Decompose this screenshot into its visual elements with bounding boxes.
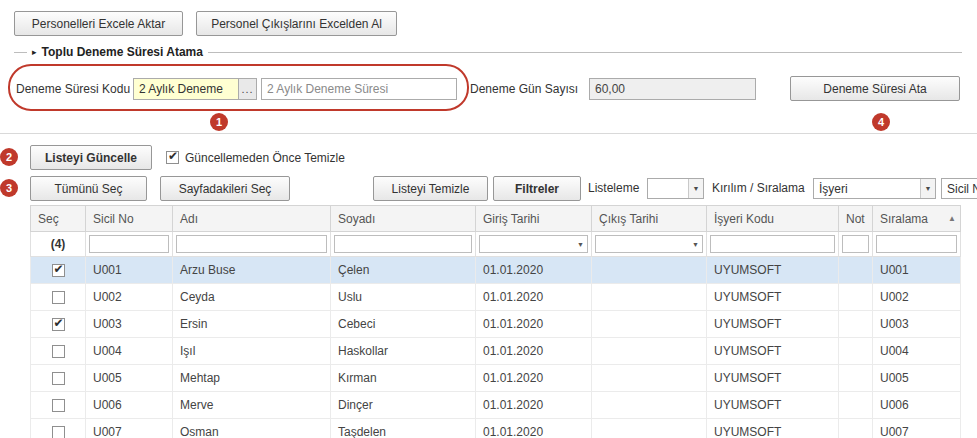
table-row[interactable]: U004 Işıl Haskollar 01.01.2020 UYUMSOFT … <box>31 338 961 365</box>
annotation-badge-4: 4 <box>872 113 890 131</box>
row-checkbox[interactable] <box>52 291 65 304</box>
app-window: Personelleri Excele Aktar Personel Çıkış… <box>0 0 977 438</box>
cell-siralama: U007 <box>873 419 961 438</box>
filter-input-soyadi[interactable] <box>334 235 472 253</box>
row-checkbox[interactable] <box>52 399 65 412</box>
cell-cikis-tarihi <box>592 392 707 419</box>
cell-giris-tarihi: 01.01.2020 <box>476 365 592 392</box>
column-header-sicil-no[interactable]: Sicil No <box>86 206 173 232</box>
column-header-adi[interactable]: Adı <box>173 206 331 232</box>
table-row[interactable]: U003 Ersin Cebeci 01.01.2020 UYUMSOFT U0… <box>31 311 961 338</box>
probation-desc-input[interactable]: 2 Aylık Deneme Süresi <box>261 78 457 100</box>
cell-isyeri-kodu: UYUMSOFT <box>707 257 839 284</box>
cell-siralama: U004 <box>873 338 961 365</box>
table-header-row: Seç Sicil No Adı Soyadı Giriş Tarihi Çık… <box>31 206 961 232</box>
cell-not <box>839 365 873 392</box>
cell-not <box>839 284 873 311</box>
table-row[interactable]: U007 Osman Taşdelen 01.01.2020 UYUMSOFT … <box>31 419 961 438</box>
cell-not <box>839 338 873 365</box>
chevron-down-icon[interactable]: ▼ <box>692 241 702 248</box>
cell-sicil-no: U003 <box>86 311 173 338</box>
chevron-down-icon[interactable]: ▼ <box>920 179 935 198</box>
cell-giris-tarihi: 01.01.2020 <box>476 257 592 284</box>
column-header-sec[interactable]: Seç <box>31 206 86 232</box>
row-checkbox[interactable] <box>52 426 65 438</box>
table-row[interactable]: U005 Mehtap Kırman 01.01.2020 UYUMSOFT U… <box>31 365 961 392</box>
cell-sicil-no: U007 <box>86 419 173 438</box>
table-row[interactable]: U001 Arzu Buse Çelen 01.01.2020 UYUMSOFT… <box>31 257 961 284</box>
annotation-badge-2: 2 <box>0 148 18 166</box>
column-header-soyadi[interactable]: Soyadı <box>331 206 476 232</box>
filter-input-not[interactable] <box>842 235 869 253</box>
header-line <box>14 52 27 53</box>
column-header-cikis-tarihi[interactable]: Çıkış Tarihi <box>592 206 707 232</box>
section-header: ▸ Toplu Deneme Süresi Atama <box>14 46 962 58</box>
update-list-button[interactable]: Listeyi Güncelle <box>30 145 152 170</box>
column-header-siralama[interactable]: Sıralama ▲ <box>873 206 961 232</box>
cell-sicil-no: U005 <box>86 365 173 392</box>
column-header-isyeri-kodu[interactable]: İşyeri Kodu <box>707 206 839 232</box>
select-all-button[interactable]: Tümünü Seç <box>30 176 147 201</box>
cell-siralama: U006 <box>873 392 961 419</box>
checkbox-icon[interactable] <box>166 151 179 164</box>
filters-button[interactable]: Filtreler <box>493 176 581 201</box>
cell-adi: Mehtap <box>173 365 331 392</box>
filter-input-cikis-tarihi[interactable]: ▼ <box>595 235 703 253</box>
row-checkbox[interactable] <box>52 372 65 385</box>
sort-field-value: Sicil No <box>947 182 977 196</box>
cell-soyadi: Cebeci <box>331 311 476 338</box>
filter-input-siralama[interactable] <box>876 235 957 253</box>
breakdown-dropdown[interactable]: İşyeri ▼ <box>813 178 936 199</box>
cell-sicil-no: U001 <box>86 257 173 284</box>
row-checkbox[interactable] <box>52 264 65 277</box>
filter-input-isyeri-kodu[interactable] <box>710 235 835 253</box>
export-personnel-button[interactable]: Personelleri Excele Aktar <box>14 11 183 36</box>
listing-label: Listeleme <box>588 176 639 201</box>
separator-line <box>0 133 977 134</box>
filter-input-giris-tarihi[interactable]: ▼ <box>479 235 588 253</box>
probation-code-input[interactable]: 2 Aylık Deneme ... <box>133 78 257 100</box>
cell-giris-tarihi: 01.01.2020 <box>476 311 592 338</box>
column-header-giris-tarihi[interactable]: Giriş Tarihi <box>476 206 592 232</box>
assign-probation-button[interactable]: Deneme Süresi Ata <box>790 76 960 101</box>
clear-list-button[interactable]: Listeyi Temizle <box>373 176 488 201</box>
chevron-down-icon[interactable]: ▼ <box>577 241 587 248</box>
table-row[interactable]: U002 Ceyda Uslu 01.01.2020 UYUMSOFT U002 <box>31 284 961 311</box>
sort-field-dropdown[interactable]: Sicil No <box>941 178 977 199</box>
section-title: Toplu Deneme Süresi Atama <box>42 45 203 59</box>
cell-siralama: U003 <box>873 311 961 338</box>
cell-giris-tarihi: 01.01.2020 <box>476 338 592 365</box>
select-page-button[interactable]: Sayfadakileri Seç <box>160 176 290 201</box>
cell-soyadi: Uslu <box>331 284 476 311</box>
cell-cikis-tarihi <box>592 311 707 338</box>
clear-before-update-checkbox[interactable]: Güncellemeden Önce Temizle <box>166 145 345 170</box>
cell-cikis-tarihi <box>592 419 707 438</box>
column-header-label: Sıralama <box>880 212 928 226</box>
probation-days-value: 60,00 <box>595 82 755 96</box>
listing-dropdown[interactable]: ▼ <box>647 178 704 199</box>
probation-days-label: Deneme Gün Sayısı <box>470 76 578 102</box>
filter-input-sicil-no[interactable] <box>89 235 169 253</box>
row-checkbox[interactable] <box>52 318 65 331</box>
cell-not <box>839 311 873 338</box>
selected-count: (4) <box>31 232 86 257</box>
probation-days-input[interactable]: 60,00 <box>589 78 756 100</box>
table-row[interactable]: U006 Merve Dinçer 01.01.2020 UYUMSOFT U0… <box>31 392 961 419</box>
row-checkbox[interactable] <box>52 345 65 358</box>
cell-sicil-no: U004 <box>86 338 173 365</box>
filter-input-adi[interactable] <box>176 235 327 253</box>
personnel-table: Seç Sicil No Adı Soyadı Giriş Tarihi Çık… <box>30 205 961 438</box>
import-exits-button[interactable]: Personel Çıkışlarını Excelden Al <box>196 11 397 36</box>
cell-siralama: U001 <box>873 257 961 284</box>
probation-code-value: 2 Aylık Deneme <box>139 82 238 96</box>
cell-isyeri-kodu: UYUMSOFT <box>707 392 839 419</box>
lookup-ellipsis-button[interactable]: ... <box>238 79 256 99</box>
cell-cikis-tarihi <box>592 338 707 365</box>
column-header-not[interactable]: Not <box>839 206 873 232</box>
cell-soyadi: Haskollar <box>331 338 476 365</box>
cell-adi: Osman <box>173 419 331 438</box>
checkbox-label: Güncellemeden Önce Temizle <box>185 151 345 165</box>
chevron-down-icon[interactable]: ▼ <box>688 179 703 198</box>
cell-adi: Merve <box>173 392 331 419</box>
cell-isyeri-kodu: UYUMSOFT <box>707 311 839 338</box>
